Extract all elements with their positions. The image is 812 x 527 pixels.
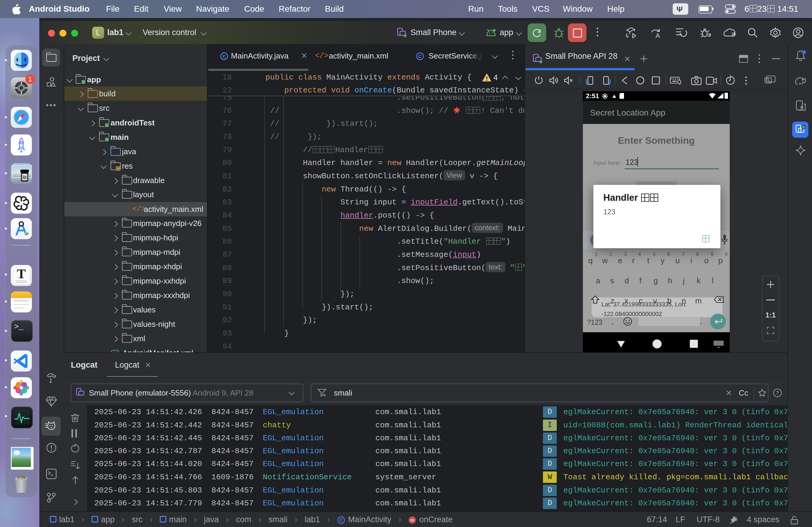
svg-text:?: ? bbox=[776, 390, 779, 396]
svg-text:C: C bbox=[222, 54, 226, 59]
svg-text:m: m bbox=[410, 518, 415, 523]
svg-text:C: C bbox=[418, 54, 422, 59]
svg-text:C: C bbox=[339, 518, 343, 523]
svg-text:A: A bbox=[655, 32, 660, 39]
